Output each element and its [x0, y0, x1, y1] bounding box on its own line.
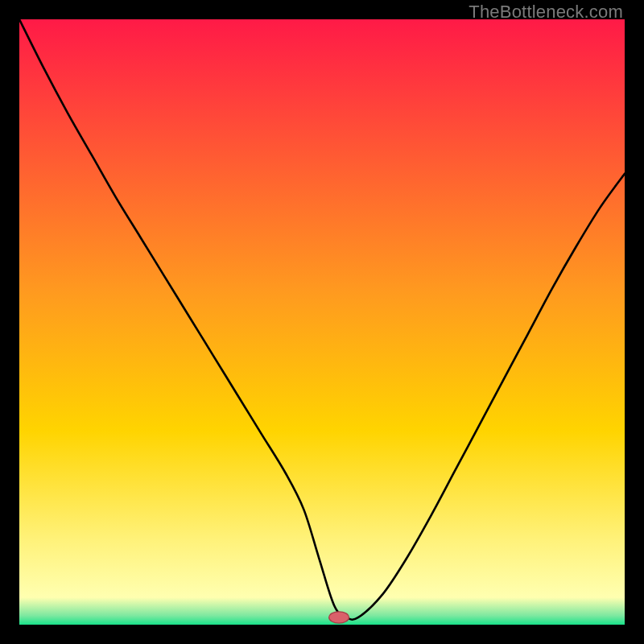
minimum-marker: [329, 612, 349, 623]
bottleneck-chart: [19, 19, 625, 625]
chart-frame: [19, 19, 625, 625]
